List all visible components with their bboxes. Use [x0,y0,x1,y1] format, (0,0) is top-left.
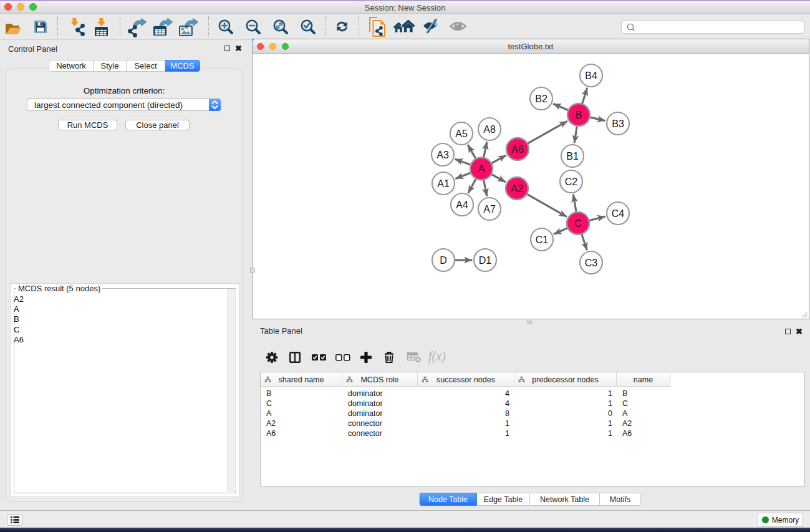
svg-text:A3: A3 [436,150,449,160]
svg-text:A2: A2 [511,183,523,194]
svg-text:C4: C4 [612,208,625,219]
svg-text:B1: B1 [566,151,579,162]
svg-text:A7: A7 [483,204,496,215]
svg-text:C1: C1 [536,235,549,245]
svg-text:C: C [574,218,582,229]
svg-text:B2: B2 [535,94,547,104]
svg-text:A6: A6 [511,144,524,155]
svg-text:D1: D1 [479,255,492,266]
svg-text:A5: A5 [455,128,468,139]
svg-text:A1: A1 [437,178,450,189]
svg-text:B4: B4 [585,70,597,81]
svg-text:A4: A4 [456,200,468,210]
svg-text:D: D [440,255,447,266]
svg-text:A8: A8 [483,124,496,135]
svg-text:C3: C3 [585,258,598,268]
svg-text:A: A [478,163,485,174]
svg-text:B3: B3 [612,118,624,129]
svg-text:B: B [576,110,582,120]
svg-text:C2: C2 [565,177,578,187]
